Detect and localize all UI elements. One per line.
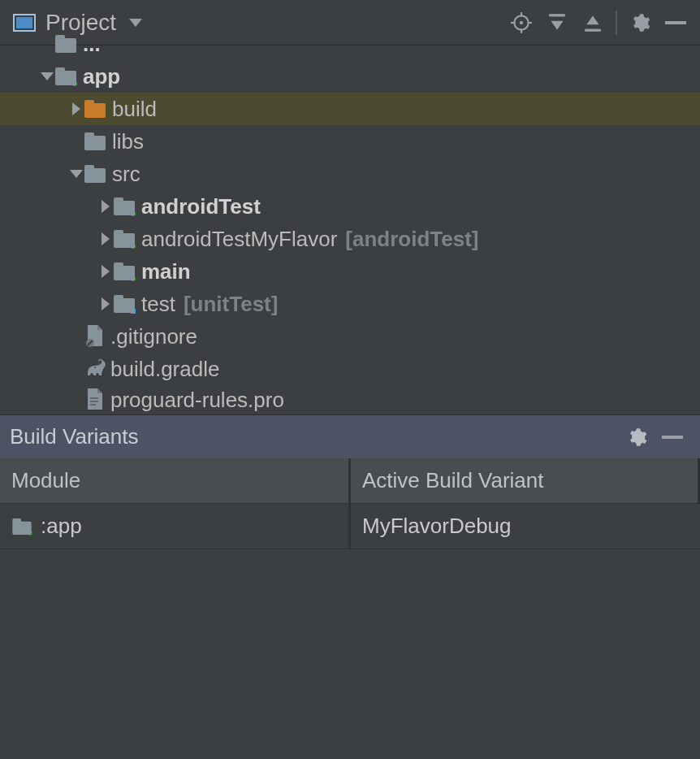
tree-arrow[interactable] (97, 231, 114, 247)
source-folder-icon (114, 230, 135, 248)
minimize-icon (662, 436, 683, 439)
tree-item-label: build (112, 97, 157, 122)
tree-item-androidtestmyflavor[interactable]: androidTestMyFlavor [androidTest] (0, 223, 700, 255)
source-folder-icon (114, 262, 135, 280)
active-variant-cell[interactable]: MyFlavorDebug (351, 504, 700, 549)
text-file-icon (84, 388, 104, 411)
tree-arrow[interactable] (68, 166, 84, 182)
svg-rect-12 (90, 397, 98, 399)
tree-arrow[interactable] (97, 198, 114, 215)
variants-empty-area (0, 549, 700, 759)
crosshair-icon (511, 12, 532, 33)
tree-item-suffix: [unitTest] (184, 292, 279, 317)
locate-file-button[interactable] (503, 5, 539, 41)
toolbar-divider (616, 11, 617, 35)
expand-all-button[interactable] (539, 5, 575, 41)
chevron-down-icon (129, 19, 142, 27)
tree-item-gitignore[interactable]: .gitignore (0, 320, 700, 353)
svg-rect-14 (90, 404, 96, 406)
module-folder-icon (55, 67, 76, 85)
folder-icon (84, 165, 106, 183)
folder-icon (55, 35, 76, 53)
project-view-label: Project (45, 10, 116, 36)
expand-all-icon (547, 12, 568, 33)
tree-item-label: .gitignore (110, 324, 197, 349)
svg-marker-7 (551, 20, 563, 29)
collapse-all-button[interactable] (575, 5, 611, 41)
folder-icon (84, 132, 106, 150)
tree-item-build-gradle[interactable]: build.gradle (0, 353, 700, 385)
tree-item-libs[interactable]: libs (0, 125, 700, 158)
svg-rect-6 (549, 14, 565, 16)
module-folder-icon (12, 518, 31, 535)
project-icon (13, 14, 36, 32)
svg-point-1 (520, 20, 523, 24)
tree-item-label: src (112, 162, 140, 187)
tree-item-main[interactable]: main (0, 255, 700, 288)
minimize-icon (665, 21, 686, 24)
tree-arrow[interactable] (39, 68, 55, 85)
tree-item-androidtest[interactable]: androidTest (0, 190, 700, 223)
tree-item-src[interactable]: src (0, 158, 700, 190)
tree-item-label: libs (112, 129, 144, 154)
build-variants-title: Build Variants (10, 424, 139, 449)
source-folder-icon (114, 197, 135, 215)
module-name: :app (41, 514, 82, 539)
svg-rect-8 (585, 28, 601, 31)
gear-icon (629, 12, 650, 33)
tree-item-label: main (141, 259, 191, 284)
tree-item-proguard[interactable]: proguard-rules.pro (0, 385, 700, 414)
tree-item-label: androidTestMyFlavor (141, 227, 337, 252)
tree-arrow[interactable] (68, 101, 84, 117)
active-variant-value: MyFlavorDebug (362, 514, 512, 539)
tree-item-label: app (83, 64, 120, 89)
panel-settings-button[interactable] (622, 5, 658, 41)
tree-item-label: build.gradle (110, 357, 219, 382)
tree-item-label: androidTest (141, 194, 261, 219)
tree-arrow[interactable] (97, 296, 114, 312)
column-header-active-variant[interactable]: Active Build Variant (351, 458, 700, 504)
gitignore-file-icon (84, 325, 104, 348)
tree-arrow[interactable] (97, 263, 114, 280)
build-variants-table: Module Active Build Variant :app MyFlavo… (0, 458, 700, 549)
project-tree: ... app build libs src androidTest andro… (0, 46, 700, 414)
tree-item-app[interactable]: app (0, 60, 700, 93)
module-cell[interactable]: :app (0, 504, 351, 549)
variants-hide-button[interactable] (655, 419, 690, 455)
test-folder-icon (114, 295, 135, 313)
tree-item-suffix: [androidTest] (345, 227, 478, 252)
build-variants-header: Build Variants (0, 414, 700, 458)
svg-marker-9 (586, 15, 598, 24)
project-view-selector[interactable]: Project (6, 7, 149, 39)
tree-item-build[interactable]: build (0, 93, 700, 125)
column-header-module[interactable]: Module (0, 458, 351, 504)
tree-item-label: proguard-rules.pro (110, 388, 284, 413)
gradle-file-icon (84, 358, 104, 380)
tree-item-test[interactable]: test [unitTest] (0, 288, 700, 320)
build-folder-icon (84, 100, 106, 118)
tree-item-label: test (141, 292, 175, 317)
collapse-all-icon (582, 12, 603, 33)
svg-rect-13 (90, 401, 98, 402)
gear-icon (626, 427, 647, 448)
hide-panel-button[interactable] (658, 5, 694, 41)
variants-settings-button[interactable] (619, 419, 655, 455)
